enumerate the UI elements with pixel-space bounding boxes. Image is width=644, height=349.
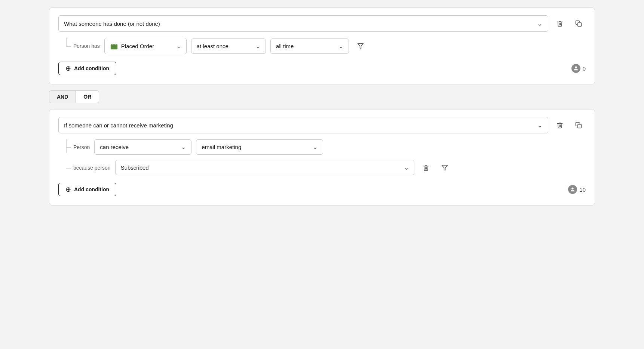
all-time-chevron: ⌄ — [338, 43, 343, 50]
block1-add-condition-label: Add condition — [74, 65, 109, 71]
block2-subscribed-delete-button[interactable] — [419, 161, 433, 175]
svg-rect-0 — [578, 23, 582, 27]
block2-filter-button[interactable] — [438, 161, 452, 175]
filter-icon-2 — [441, 164, 448, 171]
svg-point-6 — [575, 67, 577, 68]
can-receive-chevron: ⌄ — [181, 143, 186, 151]
block1-count-badge: 0 — [571, 64, 586, 73]
subscribed-chevron: ⌄ — [404, 164, 409, 171]
svg-marker-4 — [358, 43, 363, 49]
svg-point-3 — [115, 46, 116, 46]
copy-icon — [575, 20, 582, 27]
condition-block-2: If someone can or cannot receive marketi… — [49, 109, 595, 206]
block2-main-dropdown[interactable]: If someone can or cannot receive marketi… — [58, 117, 548, 133]
because-person-label: because person — [73, 165, 111, 171]
condition-block-1: What someone has done (or not done) ⌄ — [49, 7, 595, 84]
email-marketing-chevron: ⌄ — [313, 143, 318, 151]
logic-toggle: AND OR — [49, 90, 595, 103]
svg-marker-8 — [442, 165, 447, 170]
placed-order-chevron: ⌄ — [176, 43, 181, 50]
block2-avatar-icon — [568, 185, 577, 194]
block1-person-row: Person has Placed Order ⌄ — [66, 38, 586, 54]
block1-conditions-area: Person has Placed Order ⌄ — [66, 38, 586, 54]
block2-count-badge: 10 — [568, 185, 586, 194]
block1-person-has-label: Person has — [73, 43, 100, 49]
all-time-dropdown[interactable]: all time ⌄ — [270, 38, 349, 54]
block2-count: 10 — [579, 186, 586, 193]
trash-icon-2 — [556, 122, 563, 129]
placed-order-dropdown[interactable]: Placed Order ⌄ — [104, 38, 187, 54]
block2-person-label: Person — [73, 144, 90, 150]
block1-avatar-icon — [571, 64, 580, 73]
block1-delete-button[interactable] — [553, 16, 567, 31]
block1-bottom-row: ⊕ Add condition 0 — [58, 62, 586, 75]
person-icon — [573, 65, 579, 71]
svg-line-5 — [359, 44, 362, 48]
email-marketing-label: email marketing — [202, 144, 241, 150]
svg-rect-1 — [111, 44, 117, 49]
block1-plus-icon: ⊕ — [65, 65, 71, 72]
block1-main-dropdown[interactable]: What someone has done (or not done) ⌄ — [58, 15, 548, 32]
block1-chevron-icon: ⌄ — [537, 19, 543, 28]
placed-order-dd-label: Placed Order — [110, 42, 154, 50]
block2-because-row: because person Subscribed ⌄ — [66, 160, 586, 175]
block2-bottom-row: ⊕ Add condition 10 — [58, 183, 586, 196]
block2-conditions-area: Person can receive ⌄ email marketing ⌄ b… — [66, 139, 586, 175]
person-icon-2 — [570, 186, 576, 192]
block1-top-row: What someone has done (or not done) ⌄ — [58, 15, 586, 32]
block1-add-condition-button[interactable]: ⊕ Add condition — [58, 62, 116, 75]
block2-delete-button[interactable] — [553, 118, 567, 132]
svg-rect-7 — [578, 124, 582, 128]
block1-filter-button[interactable] — [353, 39, 368, 53]
and-button[interactable]: AND — [49, 90, 76, 103]
block1-main-dropdown-label: What someone has done (or not done) — [64, 21, 160, 27]
page-container: What someone has done (or not done) ⌄ — [49, 7, 595, 206]
subscribed-dropdown[interactable]: Subscribed ⌄ — [115, 160, 414, 175]
h-line-2a — [66, 147, 71, 148]
all-time-label: all time — [276, 43, 294, 49]
at-least-chevron: ⌄ — [255, 43, 260, 50]
svg-point-2 — [113, 46, 113, 46]
block1-count: 0 — [583, 65, 586, 72]
block2-plus-icon: ⊕ — [65, 186, 71, 193]
subscribed-label: Subscribed — [121, 164, 149, 171]
or-button[interactable]: OR — [76, 90, 99, 103]
at-least-once-dropdown[interactable]: at least once ⌄ — [191, 38, 266, 54]
block2-copy-button[interactable] — [571, 118, 586, 132]
can-receive-dropdown[interactable]: can receive ⌄ — [94, 139, 191, 155]
placed-order-label: Placed Order — [121, 43, 154, 49]
trash-icon — [556, 20, 563, 27]
block2-add-condition-button[interactable]: ⊕ Add condition — [58, 183, 116, 196]
block2-add-condition-label: Add condition — [74, 186, 109, 192]
block1-copy-button[interactable] — [571, 16, 586, 31]
can-receive-label: can receive — [100, 144, 129, 150]
filter-icon — [357, 43, 364, 49]
h-line-2b — [66, 168, 71, 169]
email-marketing-dropdown[interactable]: email marketing ⌄ — [196, 139, 323, 155]
block2-top-row: If someone can or cannot receive marketi… — [58, 117, 586, 133]
block2-person-row: Person can receive ⌄ email marketing ⌄ — [66, 139, 586, 155]
at-least-once-label: at least once — [197, 43, 229, 49]
shopify-bag-icon — [110, 42, 118, 50]
copy-icon-2 — [575, 122, 582, 129]
block2-chevron-icon: ⌄ — [537, 121, 543, 129]
h-line-1 — [66, 46, 71, 47]
trash-icon-3 — [423, 164, 429, 171]
svg-point-9 — [572, 188, 574, 189]
block2-main-dropdown-label: If someone can or cannot receive marketi… — [64, 122, 173, 129]
